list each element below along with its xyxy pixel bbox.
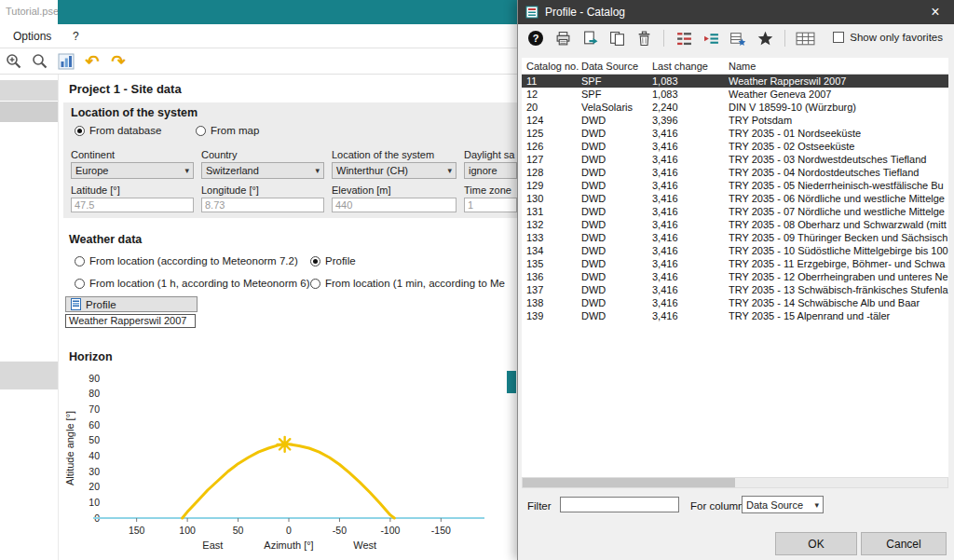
table-row[interactable]: 138DWD3,416TRY 2035 - 14 Schwäbische Alb… [522, 296, 948, 309]
help-icon[interactable]: ? [525, 28, 546, 48]
table-row[interactable]: 139DWD3,416TRY 2035 - 15 Alpenrand und -… [522, 309, 948, 322]
table-row[interactable]: 128DWD3,416TRY 2035 - 04 Nordostdeutsche… [522, 166, 948, 179]
table-cell: TRY 2035 - 10 Südöstliche Mittelgebirge … [729, 244, 948, 257]
zoom-icon[interactable] [30, 51, 50, 72]
main-toolbar: ↶↷ [4, 50, 129, 73]
table-row[interactable]: 129DWD3,416TRY 2035 - 05 Niederrheinisch… [522, 179, 948, 192]
table-row[interactable]: 134DWD3,416TRY 2035 - 10 Südöstliche Mit… [522, 244, 948, 257]
horizontal-scrollbar-thumb[interactable] [523, 478, 735, 487]
sidebar-panel-tab[interactable] [0, 80, 58, 101]
table-cell: 1,083 [652, 88, 729, 101]
compare-icon[interactable] [674, 28, 694, 48]
radio-weather-profile[interactable]: Profile [310, 255, 356, 266]
favorite-icon[interactable] [755, 28, 775, 48]
menu-options[interactable]: Options [13, 30, 51, 43]
radio-weather-meteonorm6[interactable]: From location (1 h, according to Meteono… [75, 278, 310, 289]
table-row[interactable]: 137DWD3,416TRY 2035 - 13 Schwäbisch-frän… [522, 283, 948, 296]
radio-label: From location (1 h, according to Meteono… [89, 278, 310, 289]
svg-text:90: 90 [89, 373, 100, 384]
table-cell: 136 [522, 270, 581, 283]
menu-bar: Options ? [0, 24, 517, 48]
table-cell: 3,396 [652, 114, 729, 127]
dialog-title: Profile - Catalog [545, 6, 625, 19]
catalog-table: Catalog no. Data Source Last change Name… [522, 58, 948, 477]
latitude-input[interactable]: 47.5 [71, 198, 194, 212]
horizon-title: Horizon [69, 350, 113, 363]
table-row[interactable]: 131DWD3,416TRY 2035 - 07 Nördliche und w… [522, 205, 948, 218]
column-header-last-change[interactable]: Last change [652, 58, 729, 74]
table-row[interactable]: 130DWD3,416TRY 2035 - 06 Nördliche und w… [522, 192, 948, 205]
profile-button[interactable]: Profile [65, 296, 198, 312]
main-scrollbar-thumb[interactable] [507, 371, 516, 393]
dialog-title-bar[interactable]: Profile - Catalog × [518, 0, 954, 24]
main-window: Tutorial.pse Options ? ↶↷ Project 1 - Si… [0, 0, 517, 560]
radio-weather-1min[interactable]: From location (1 min, according to Me [310, 278, 505, 289]
table-cell: TRY 2035 - 04 Nordostdeutsches Tiefland [729, 166, 948, 179]
svg-text:70: 70 [89, 403, 100, 415]
filter-input[interactable] [560, 497, 679, 512]
table-cell: DWD [581, 270, 652, 283]
add-favorite-icon[interactable] [728, 28, 748, 48]
close-button[interactable]: × [917, 0, 954, 24]
table-row[interactable]: 125DWD3,416TRY 2035 - 01 Nordseeküste [522, 127, 948, 140]
column-header-name[interactable]: Name [729, 58, 948, 74]
results-chart-icon[interactable] [56, 51, 76, 72]
table-cell: 12 [522, 88, 581, 101]
table-row[interactable]: 132DWD3,416TRY 2035 - 08 Oberharz und Sc… [522, 218, 948, 231]
svg-text:-100: -100 [380, 525, 400, 536]
favorites-filter[interactable]: Show only favorites [833, 32, 943, 43]
dialog-icon [525, 6, 538, 19]
radio-from-map[interactable]: From map [196, 125, 259, 136]
copy-icon[interactable] [606, 28, 627, 48]
redo-icon[interactable]: ↷ [108, 51, 129, 72]
continent-select[interactable]: Europe ▾ [71, 162, 194, 179]
table-row[interactable]: 136DWD3,416TRY 2035 - 12 Oberrheingraben… [522, 270, 948, 283]
daylight-select[interactable]: ignore [464, 162, 517, 179]
table-row[interactable]: 135DWD3,416TRY 2035 - 11 Erzgebirge, Böh… [522, 257, 948, 270]
table-row[interactable]: 126DWD3,416TRY 2035 - 02 Ostseeküste [522, 140, 948, 153]
cancel-button[interactable]: Cancel [861, 532, 947, 555]
country-select[interactable]: Switzerland ▾ [201, 162, 324, 179]
column-select[interactable]: Data Source ▾ [742, 496, 824, 513]
table-cell: 138 [522, 296, 581, 309]
table-row[interactable]: 133DWD3,416TRY 2035 - 09 Thüringer Becke… [522, 231, 948, 244]
table-row[interactable]: 11SPF1,083Weather Rapperswil 2007 [522, 75, 948, 88]
print-icon[interactable] [552, 28, 573, 48]
column-header-data-source[interactable]: Data Source [581, 58, 652, 74]
columns-icon[interactable] [795, 28, 815, 48]
show-only-favorites-checkbox[interactable] [833, 32, 844, 43]
profile-catalog-dialog: Profile - Catalog × ? Show only favorite… [517, 0, 954, 560]
horizontal-scrollbar[interactable] [522, 477, 948, 488]
longitude-input[interactable]: 8.73 [201, 198, 324, 212]
table-cell: 3,416 [652, 309, 729, 322]
table-cell: DWD [581, 257, 652, 270]
delete-icon[interactable] [634, 28, 654, 48]
column-header-catalog-no[interactable]: Catalog no. [522, 58, 581, 74]
table-row[interactable]: 124DWD3,396TRY Potsdam [522, 114, 948, 127]
profile-name-field[interactable]: Weather Rapperswil 2007 [65, 314, 196, 328]
svg-text:50: 50 [233, 525, 244, 536]
svg-text:50: 50 [89, 434, 100, 445]
export-icon[interactable] [579, 28, 600, 48]
sidebar-panel-tab[interactable] [0, 102, 58, 122]
menu-help[interactable]: ? [73, 30, 79, 43]
table-row[interactable]: 20VelaSolaris2,240DIN V 18599-10 (Würzbu… [522, 101, 948, 114]
elevation-input[interactable]: 440 [332, 198, 457, 212]
toolbar-separator [784, 30, 785, 47]
radio-weather-meteonorm72[interactable]: From location (according to Meteonorm 7.… [75, 255, 298, 266]
table-cell: Weather Rapperswil 2007 [729, 75, 948, 88]
location-select[interactable]: Winterthur (CH) ▾ [332, 162, 457, 179]
dialog-toolbar: ? [525, 26, 815, 50]
timezone-input[interactable]: 1 [464, 198, 517, 212]
table-cell: 128 [522, 166, 581, 179]
table-cell: DWD [581, 296, 652, 309]
sidebar-panel-tab[interactable] [0, 362, 58, 389]
import-icon[interactable] [701, 28, 721, 48]
zoom-in-icon[interactable] [4, 51, 24, 72]
table-row[interactable]: 12SPF1,083Weather Geneva 2007 [522, 88, 948, 101]
table-row[interactable]: 127DWD3,416TRY 2035 - 03 Nordwestdeutsch… [522, 153, 948, 166]
undo-icon[interactable]: ↶ [82, 51, 102, 72]
svg-text:-50: -50 [333, 525, 347, 536]
radio-from-database[interactable]: From database [75, 125, 161, 136]
ok-button[interactable]: OK [775, 532, 857, 555]
